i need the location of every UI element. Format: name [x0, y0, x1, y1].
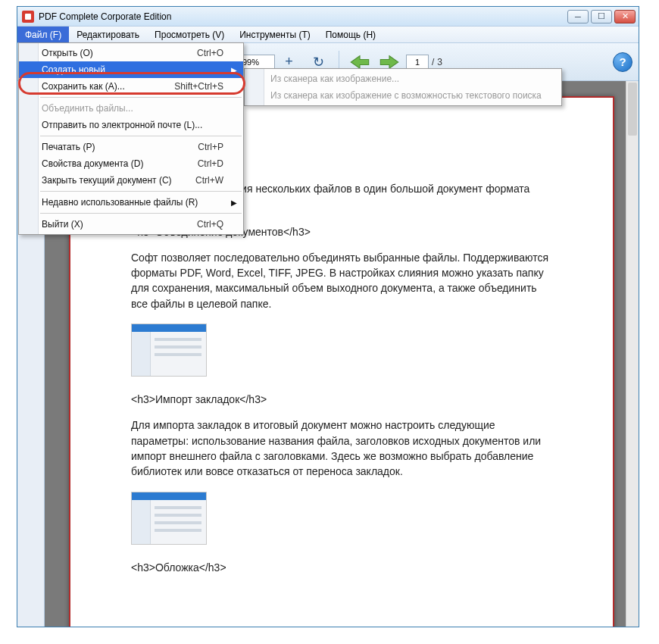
submenu-scan-text-label: Из сканера как изображение с возможность…	[270, 90, 542, 101]
submenu-arrow-icon: ▶	[231, 199, 237, 207]
page-indicator: / 3	[406, 55, 442, 70]
menu-print[interactable]: Печатать (P) Ctrl+P	[19, 139, 243, 155]
menu-tools[interactable]: Инструменты (T)	[232, 27, 317, 42]
menu-view[interactable]: Просмотреть (V)	[147, 27, 232, 42]
menu-file[interactable]: Файл (F)	[17, 27, 69, 42]
menu-doc-props-shortcut: Ctrl+D	[198, 158, 223, 169]
menu-open-label: Открыть (O)	[42, 48, 93, 58]
menu-create-new[interactable]: Создать новый ▶	[19, 61, 243, 78]
menu-exit[interactable]: Выйти (X) Ctrl+Q	[19, 216, 243, 233]
menu-open[interactable]: Открыть (O) Ctrl+O	[19, 45, 243, 61]
dropdown-sep	[40, 191, 242, 192]
doc-text: Для импорта закладок в итоговый документ…	[131, 417, 552, 479]
menu-help[interactable]: Помощь (H)	[318, 27, 383, 42]
menu-create-new-label: Создать новый	[42, 64, 105, 75]
dropdown-sep	[40, 136, 242, 136]
submenu-arrow-icon: ▶	[231, 66, 237, 74]
menu-save-as[interactable]: Сохранить как (A)... Shift+Ctrl+S	[19, 78, 243, 95]
menu-exit-label: Выйти (X)	[42, 219, 83, 230]
screenshot-thumb	[131, 324, 207, 377]
minimize-button[interactable]: ─	[567, 10, 589, 23]
submenu-scan-text: Из сканера как изображение с возможность…	[245, 87, 561, 104]
dropdown-sep	[40, 213, 242, 214]
menu-doc-props[interactable]: Свойства документа (D) Ctrl+D	[19, 155, 243, 172]
help-icon[interactable]: ?	[613, 52, 632, 72]
menu-edit[interactable]: Редактировать	[69, 27, 147, 42]
menu-close-doc-shortcut: Ctrl+W	[195, 175, 223, 186]
page-sep: /	[432, 57, 434, 67]
screenshot-thumb	[131, 492, 207, 545]
menu-print-shortcut: Ctrl+P	[198, 142, 223, 152]
menu-send-email-label: Отправить по электронной почте (L)...	[42, 120, 202, 130]
page-input[interactable]	[406, 55, 429, 70]
vertical-scrollbar[interactable]	[626, 81, 639, 627]
submenu-scan-image: Из сканера как изображение...	[245, 70, 561, 87]
window-title: PDF Complete Corporate Edition	[39, 11, 567, 22]
menu-send-email[interactable]: Отправить по электронной почте (L)...	[19, 117, 243, 133]
page-total: 3	[437, 57, 442, 67]
titlebar: PDF Complete Corporate Edition ─ ☐ ✕	[17, 7, 639, 27]
menu-close-doc-label: Закрыть текущий документ (C)	[42, 175, 172, 186]
menu-recent[interactable]: Недавно использованные файлы (R) ▶	[19, 194, 243, 211]
maximize-button[interactable]: ☐	[591, 10, 612, 23]
menu-print-label: Печатать (P)	[42, 142, 95, 152]
doc-heading: <h3>Импорт закладок</h3>	[131, 392, 552, 407]
menu-save-as-label: Сохранить как (A)...	[42, 81, 125, 92]
scrollbar-thumb[interactable]	[628, 83, 637, 136]
doc-heading: <h3>Обложка</h3>	[131, 560, 552, 575]
menu-open-shortcut: Ctrl+O	[197, 48, 223, 58]
menu-exit-shortcut: Ctrl+Q	[197, 219, 223, 230]
menu-combine: Объединить файлы...	[19, 100, 243, 117]
submenu-scan-image-label: Из сканера как изображение...	[270, 73, 399, 84]
zoom-input[interactable]	[239, 55, 275, 70]
doc-text: Софт позволяет последовательно объединят…	[131, 250, 552, 311]
file-dropdown: Открыть (O) Ctrl+O Создать новый ▶ Сохра…	[18, 42, 244, 235]
menu-doc-props-label: Свойства документа (D)	[42, 158, 144, 169]
menubar: Файл (F) Редактировать Просмотреть (V) И…	[17, 27, 639, 43]
menu-combine-label: Объединить файлы...	[42, 103, 133, 114]
app-icon	[22, 11, 34, 23]
dropdown-sep	[40, 97, 242, 98]
menu-recent-label: Недавно использованные файлы (R)	[42, 197, 198, 208]
create-new-submenu: Из сканера как изображение... Из сканера…	[244, 68, 562, 106]
menu-close-doc[interactable]: Закрыть текущий документ (C) Ctrl+W	[19, 172, 243, 189]
menu-save-as-shortcut: Shift+Ctrl+S	[174, 81, 223, 92]
close-button[interactable]: ✕	[614, 10, 636, 23]
